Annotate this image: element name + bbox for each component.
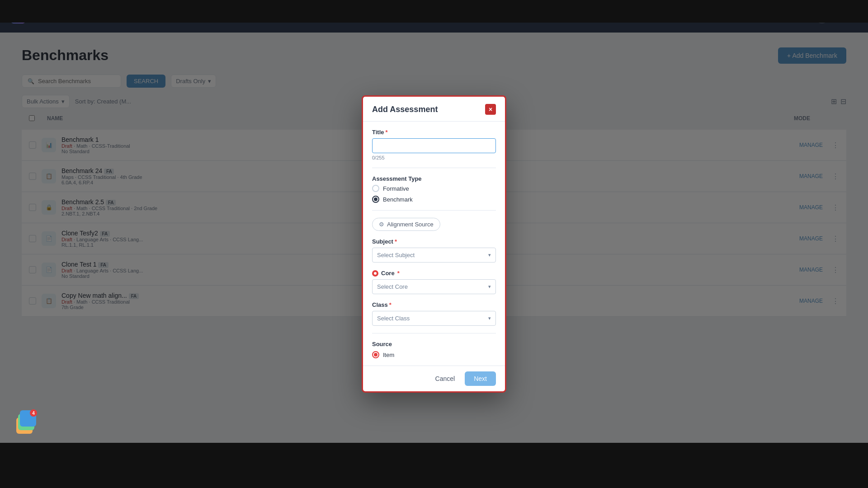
floating-badge[interactable]: 4 xyxy=(13,410,36,434)
assessment-type-radio-group: Formative Benchmark xyxy=(372,185,496,203)
assessment-type-group: Assessment Type Formative Benchmark xyxy=(372,175,496,203)
divider-1 xyxy=(372,168,496,168)
benchmark-radio-button[interactable] xyxy=(372,196,379,203)
subject-label: Subject * xyxy=(372,238,496,245)
char-count: 0/255 xyxy=(372,155,496,160)
class-required-indicator: * xyxy=(389,301,392,308)
benchmark-label: Benchmark xyxy=(383,196,413,203)
add-assessment-modal: Add Assessment × Title * 0/255 Assessmen… xyxy=(362,95,506,393)
core-label: Core * xyxy=(372,270,496,277)
class-arrow-icon: ▾ xyxy=(488,315,491,321)
subject-required-indicator: * xyxy=(395,238,397,245)
subject-select[interactable]: Select Subject ▾ xyxy=(372,248,496,263)
class-select[interactable]: Select Class ▾ xyxy=(372,311,496,326)
badge-count: 4 xyxy=(30,409,37,417)
subject-arrow-icon: ▾ xyxy=(488,252,491,258)
alignment-source-group: ⚙ Alignment Source xyxy=(372,218,496,231)
core-form-group: Core * Select Core ▾ xyxy=(372,270,496,294)
item-radio-item[interactable]: Item xyxy=(372,351,496,358)
formative-radio-button[interactable] xyxy=(372,185,379,192)
modal-overlay: Add Assessment × Title * 0/255 Assessmen… xyxy=(0,0,868,488)
core-arrow-icon: ▾ xyxy=(488,284,491,290)
cancel-button[interactable]: Cancel xyxy=(430,371,461,386)
core-indicator-icon xyxy=(372,270,378,277)
next-button[interactable]: Next xyxy=(465,371,496,386)
formative-label: Formative xyxy=(383,185,409,192)
item-label: Item xyxy=(383,352,394,358)
title-form-group: Title * 0/255 xyxy=(372,129,496,160)
modal-close-button[interactable]: × xyxy=(485,104,496,115)
source-label: Source xyxy=(372,341,496,347)
divider-2 xyxy=(372,210,496,211)
benchmark-radio-item[interactable]: Benchmark xyxy=(372,196,496,203)
gear-icon: ⚙ xyxy=(379,221,384,228)
modal-title: Add Assessment xyxy=(372,105,438,114)
title-input[interactable] xyxy=(372,138,496,153)
item-radio-button[interactable] xyxy=(372,351,379,358)
alignment-source-button[interactable]: ⚙ Alignment Source xyxy=(372,218,440,231)
modal-header: Add Assessment × xyxy=(363,97,505,122)
formative-radio-item[interactable]: Formative xyxy=(372,185,496,192)
subject-form-group: Subject * Select Subject ▾ xyxy=(372,238,496,263)
top-bar xyxy=(0,0,868,23)
bottom-bar xyxy=(0,443,868,488)
class-form-group: Class * Select Class ▾ xyxy=(372,301,496,326)
assessment-type-label: Assessment Type xyxy=(372,175,496,182)
core-select[interactable]: Select Core ▾ xyxy=(372,279,496,294)
modal-footer: Cancel Next xyxy=(363,366,505,391)
core-required-indicator: * xyxy=(397,270,400,277)
title-label: Title * xyxy=(372,129,496,136)
source-section: Source Item xyxy=(372,341,496,358)
title-required-indicator: * xyxy=(386,129,388,136)
divider-3 xyxy=(372,333,496,333)
class-label: Class * xyxy=(372,301,496,308)
modal-body: Title * 0/255 Assessment Type Formative xyxy=(363,122,505,366)
